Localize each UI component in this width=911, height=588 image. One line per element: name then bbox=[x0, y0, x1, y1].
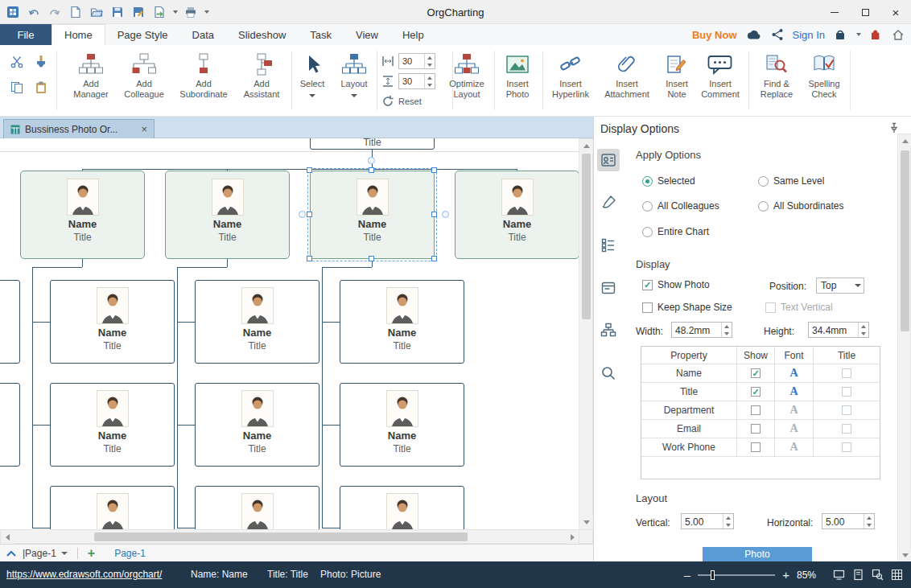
horizontal-spacing-input[interactable]: 5.00 bbox=[822, 513, 875, 529]
new-document-icon[interactable] bbox=[68, 4, 84, 20]
scroll-up-arrow[interactable] bbox=[898, 134, 911, 148]
v-spacing-input[interactable]: 30 bbox=[398, 73, 435, 89]
show-checkbox[interactable] bbox=[751, 442, 761, 452]
tab-data[interactable]: Data bbox=[180, 24, 226, 45]
purchase-dropdown-icon[interactable] bbox=[856, 33, 861, 36]
title-checkbox[interactable] bbox=[842, 442, 851, 452]
add-manager-button[interactable]: Add Manager bbox=[66, 47, 116, 114]
h-spacing-input[interactable]: 30 bbox=[398, 53, 435, 69]
radio-all-subordinates[interactable]: All Subordinates bbox=[758, 200, 843, 212]
undo-icon[interactable] bbox=[26, 4, 42, 20]
website-link[interactable]: https://www.edrawsoft.com/orgchart/ bbox=[6, 569, 162, 580]
add-colleague-button[interactable]: Add Colleague bbox=[117, 47, 171, 114]
org-chart-node[interactable]: Name Title bbox=[0, 280, 20, 364]
page-selector-dropdown-icon[interactable] bbox=[61, 552, 68, 555]
open-file-icon[interactable] bbox=[89, 4, 105, 20]
zoom-out-button[interactable]: – bbox=[684, 569, 690, 581]
selection-handle[interactable] bbox=[431, 256, 437, 261]
scroll-down-arrow[interactable] bbox=[898, 549, 911, 562]
tab-home[interactable]: Home bbox=[52, 24, 105, 45]
scroll-right-arrow[interactable] bbox=[566, 530, 579, 544]
insert-note-button[interactable]: Insert Note bbox=[658, 47, 695, 114]
copy-icon[interactable] bbox=[6, 77, 27, 98]
tab-display-options[interactable] bbox=[597, 149, 620, 171]
font-button[interactable]: A bbox=[789, 422, 798, 435]
keep-shape-size-checkbox[interactable]: Keep Shape Size bbox=[642, 302, 732, 313]
select-dropdown-icon[interactable] bbox=[309, 94, 315, 97]
vertical-scroll-thumb[interactable] bbox=[582, 154, 591, 319]
position-dropdown[interactable]: Top bbox=[816, 278, 864, 294]
selection-handle[interactable] bbox=[431, 167, 437, 173]
zoom-slider-thumb[interactable] bbox=[711, 570, 715, 580]
tab-card-options[interactable] bbox=[597, 277, 620, 299]
panel-scrollbar[interactable] bbox=[897, 134, 911, 561]
org-chart-node[interactable]: Name Title bbox=[20, 171, 145, 259]
selection-handle[interactable] bbox=[369, 167, 374, 173]
zoom-slider[interactable] bbox=[698, 569, 775, 581]
buy-now-link[interactable]: Buy Now bbox=[692, 29, 737, 41]
pin-icon[interactable] bbox=[888, 122, 900, 134]
org-chart-node[interactable]: Name Title bbox=[340, 383, 464, 467]
org-chart-node[interactable]: Name Title bbox=[340, 280, 464, 364]
height-input[interactable]: 34.4mm bbox=[808, 322, 869, 338]
tab-task[interactable]: Task bbox=[298, 24, 344, 45]
save-icon[interactable] bbox=[109, 4, 126, 20]
layout-dropdown-icon[interactable] bbox=[351, 94, 357, 97]
close-button[interactable]: × bbox=[880, 0, 911, 24]
quick-add-handle[interactable] bbox=[442, 211, 449, 218]
tab-theme-brush[interactable] bbox=[597, 191, 620, 214]
scroll-down-arrow[interactable] bbox=[579, 516, 593, 529]
org-chart-node[interactable]: Name Title bbox=[50, 383, 175, 467]
add-page-button[interactable]: + bbox=[88, 547, 95, 560]
collapse-pages-icon[interactable] bbox=[6, 550, 16, 557]
selection-handle[interactable] bbox=[307, 256, 312, 261]
title-checkbox[interactable] bbox=[842, 387, 851, 397]
file-menu-button[interactable]: File bbox=[0, 24, 52, 45]
print-dropdown-icon[interactable] bbox=[204, 10, 209, 14]
fit-window-icon[interactable] bbox=[833, 569, 845, 581]
minimize-button[interactable] bbox=[819, 0, 850, 24]
export-icon[interactable] bbox=[151, 4, 167, 20]
org-chart-node[interactable]: Name Title bbox=[0, 383, 20, 467]
print-icon[interactable] bbox=[183, 4, 199, 20]
org-chart-node[interactable]: Name Title bbox=[50, 280, 175, 364]
selection-handle[interactable] bbox=[307, 212, 312, 217]
fit-page-icon[interactable] bbox=[852, 569, 864, 581]
show-checkbox[interactable] bbox=[751, 424, 761, 434]
add-assistant-button[interactable]: Add Assistant bbox=[236, 47, 287, 114]
share-icon[interactable] bbox=[771, 28, 784, 41]
vertical-spacing-input[interactable]: 5.00 bbox=[681, 513, 734, 529]
selection-handle[interactable] bbox=[369, 256, 374, 261]
selection-handle[interactable] bbox=[307, 167, 312, 173]
horizontal-scroll-thumb[interactable] bbox=[94, 532, 468, 541]
org-chart-node[interactable]: Name Title bbox=[455, 171, 579, 259]
reset-button[interactable]: Reset bbox=[398, 97, 422, 106]
layout-button[interactable]: Layout bbox=[334, 47, 374, 114]
photo-list-item[interactable]: Photo bbox=[703, 547, 812, 561]
spelling-check-button[interactable]: Spelling Check bbox=[802, 47, 847, 114]
panel-scroll-thumb[interactable] bbox=[901, 150, 909, 331]
title-checkbox[interactable] bbox=[842, 405, 851, 415]
insert-comment-button[interactable]: Insert Comment bbox=[697, 47, 744, 114]
document-tab[interactable]: Bussiness Photo Or... × bbox=[3, 119, 155, 138]
quick-add-handle[interactable] bbox=[368, 157, 375, 164]
title-checkbox[interactable] bbox=[842, 368, 851, 378]
tab-slideshow[interactable]: Slideshow bbox=[226, 24, 298, 45]
insert-hyperlink-button[interactable]: Insert Hyperlink bbox=[546, 47, 596, 114]
show-checkbox[interactable]: ✓ bbox=[751, 368, 761, 378]
show-photo-checkbox[interactable]: ✓ Show Photo bbox=[642, 279, 710, 290]
show-checkbox[interactable] bbox=[751, 405, 761, 415]
font-button[interactable]: A bbox=[789, 367, 798, 380]
insert-photo-button[interactable]: Insert Photo bbox=[497, 47, 538, 114]
add-subordinate-button[interactable]: Add Subordinate bbox=[173, 47, 234, 114]
canvas-horizontal-scrollbar[interactable] bbox=[0, 529, 579, 544]
tab-field-list[interactable] bbox=[597, 234, 620, 257]
radio-all-colleagues[interactable]: All Colleagues bbox=[642, 200, 719, 212]
zoom-selection-icon[interactable] bbox=[872, 569, 884, 581]
org-chart-node[interactable]: Name Title bbox=[340, 486, 464, 529]
radio-entire-chart[interactable]: Entire Chart bbox=[642, 226, 709, 237]
org-chart-node[interactable]: Name Title bbox=[195, 383, 319, 467]
insert-attachment-button[interactable]: Insert Attachment bbox=[599, 47, 655, 114]
export-dropdown-icon[interactable] bbox=[173, 10, 178, 14]
page-selector[interactable]: |Page-1 bbox=[23, 548, 68, 559]
